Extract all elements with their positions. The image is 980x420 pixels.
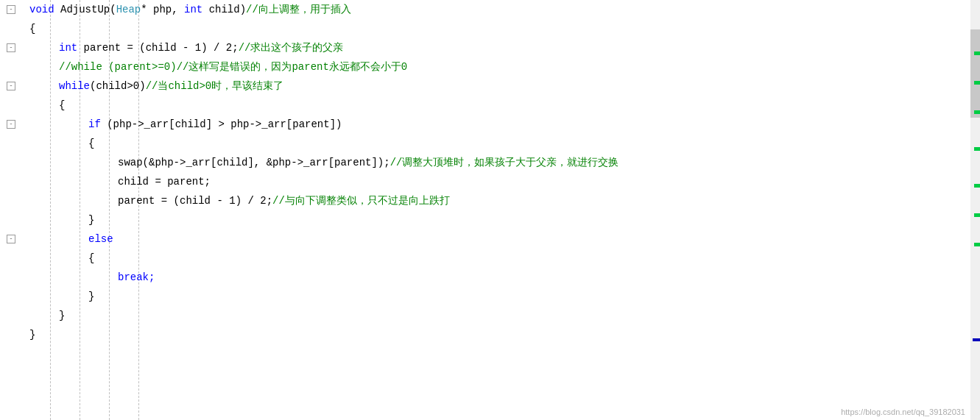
gutter-line-7: - [0,115,22,134]
scroll-marker-6 [974,213,980,217]
token-11-1: parent = (child - 1) / 2; [118,191,272,210]
scroll-marker-7 [974,243,980,246]
token-5-3: //当child>0时，早该结束了 [146,76,284,96]
code-line-12: } [29,210,980,229]
gutter-line-6 [0,96,22,115]
token-7-2: (php->_arr[child] > php->_arr[parent]) [101,115,342,134]
gutter-line-14 [0,249,22,268]
code-line-2: { [29,19,980,38]
token-3-1: int [59,38,77,57]
code-content: void AdjustUp( Heap * php, int child) //… [22,0,980,420]
code-line-14: { [29,249,980,268]
collapse-btn-3[interactable]: - [7,43,15,52]
code-area: - - - - [0,0,980,420]
code-line-4: //while (parent>=0)//这样写是错误的，因为parent永远都… [29,57,980,76]
scroll-marker-2 [974,81,980,85]
scroll-marker-4 [974,147,980,151]
vertical-scrollbar[interactable] [970,0,980,420]
token-3-3: //求出这个孩子的父亲 [239,38,344,57]
collapse-btn-7[interactable]: - [7,120,15,129]
token-1-6: child) [202,0,246,19]
token-12-1: } [88,210,94,229]
token-15-1: break; [118,268,155,287]
gutter-line-17 [0,306,22,325]
code-line-8: { [29,134,980,153]
token-5-2: (child>0) [90,76,146,96]
token-9-1: swap(&php->_arr[child], &php->_arr[paren… [118,153,390,172]
gutter-line-4 [0,57,22,76]
token-17-1: } [59,306,65,325]
gutter-line-8 [0,134,22,153]
code-line-13: else [29,229,980,249]
token-5-1: while [59,76,90,96]
code-line-16: } [29,287,980,306]
token-1-5: int [184,0,202,19]
gutter-line-10 [0,172,22,191]
collapse-btn-13[interactable]: - [7,235,15,243]
code-line-10: child = parent; [29,172,980,191]
scroll-marker-1 [974,51,980,55]
token-14-1: { [88,249,94,268]
gutter-line-2 [0,19,22,38]
token-1-4: * php, [141,0,184,19]
gutter: - - - - [0,0,22,420]
token-6-1: { [59,96,65,115]
scroll-marker-5 [974,184,980,188]
code-line-18: } [29,325,980,344]
token-1-3: Heap [116,0,141,19]
gutter-line-15 [0,268,22,287]
code-line-15: break; [29,268,980,287]
token-3-2: parent = (child - 1) / 2; [77,38,238,57]
scrollbar-thumb[interactable] [970,29,980,118]
editor-container: - - - - [0,0,980,420]
token-11-2: //与向下调整类似，只不过是向上跌打 [272,191,450,210]
gutter-line-9 [0,153,22,172]
token-1-1: void [29,0,54,19]
token-2-1: { [29,19,35,38]
collapse-btn-5[interactable]: - [7,82,15,90]
token-13-1: else [88,229,113,249]
token-4-1: //while (parent>=0)//这样写是错误的，因为parent永远都… [59,57,407,76]
token-1-7: //向上调整，用于插入 [246,0,351,19]
code-line-1: void AdjustUp( Heap * php, int child) //… [29,0,980,19]
scroll-cursor-marker [973,338,980,341]
token-18-1: } [29,325,35,344]
code-line-7: if (php->_arr[child] > php->_arr[parent]… [29,115,980,134]
gutter-line-13: - [0,229,22,249]
token-9-2: //调整大顶堆时，如果孩子大于父亲，就进行交换 [390,153,619,172]
token-10-1: child = parent; [118,172,211,191]
scroll-marker-3 [974,110,980,114]
token-7-1: if [88,115,101,134]
gutter-line-5: - [0,76,22,96]
token-8-1: { [88,134,94,153]
token-1-2: AdjustUp( [54,0,116,19]
collapse-btn-1[interactable]: - [7,5,15,14]
gutter-line-3: - [0,38,22,57]
gutter-line-18 [0,325,22,344]
gutter-line-16 [0,287,22,306]
token-16-1: } [88,287,94,306]
code-line-17: } [29,306,980,325]
code-line-6: { [29,96,980,115]
code-line-9: swap(&php->_arr[child], &php->_arr[paren… [29,153,980,172]
code-line-11: parent = (child - 1) / 2; //与向下调整类似，只不过是… [29,191,980,210]
gutter-line-1: - [0,0,22,19]
watermark: https://blog.csdn.net/qq_39182031 [841,407,965,416]
code-line-5: while (child>0) //当child>0时，早该结束了 [29,76,980,96]
gutter-line-11 [0,191,22,210]
gutter-line-12 [0,210,22,229]
code-line-3: int parent = (child - 1) / 2; //求出这个孩子的父… [29,38,980,57]
